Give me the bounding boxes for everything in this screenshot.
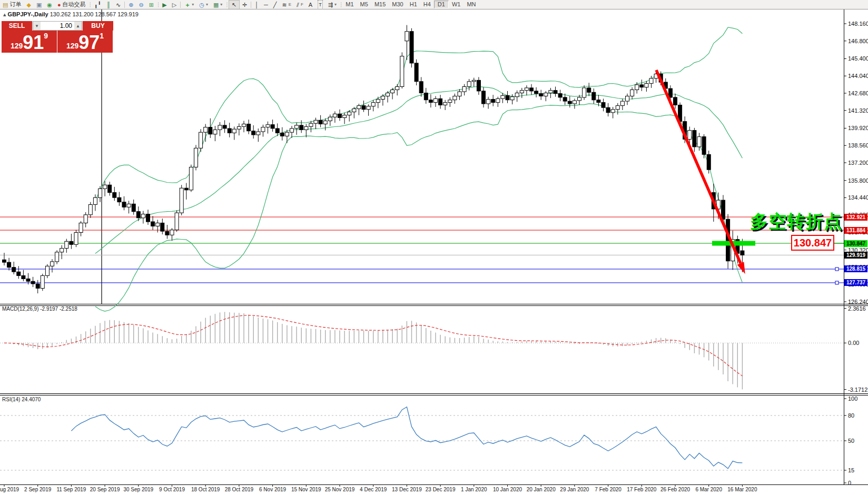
buy-price-prefix: 129 — [66, 42, 78, 50]
date-label: 10 Jan 2020 — [493, 487, 522, 492]
ohlc-values: 130.262 131.200 128.567 129.919 — [50, 11, 139, 17]
price-level-chip: 128.815 — [844, 265, 867, 272]
date-label: 7 Feb 2020 — [595, 487, 622, 492]
macd-label: MACD(12,26,9) -2.9197 -2.2518 — [2, 306, 77, 312]
sell-price-sup: 9 — [44, 32, 48, 40]
date-label: 26 Feb 2020 — [660, 487, 690, 492]
one-click-trading-panel: SELL ▼ ▲ BUY 129919 129971 — [2, 21, 113, 53]
svg-text:80: 80 — [848, 412, 854, 419]
svg-text:138.560: 138.560 — [848, 142, 868, 148]
date-label: 15 Nov 2019 — [291, 487, 321, 492]
mt4-window: ▤ 订单 ◆ ▣ ◉ ● 自动交易 ┆ ╻╹ ║ ∿ ⊕ ⊖ ⊞ ┆ ▶ ▷ ＋… — [0, 0, 868, 495]
date-label: 29 Jan 2020 — [560, 487, 589, 492]
buy-price-main: 97 — [78, 34, 100, 51]
svg-text:148.160: 148.160 — [848, 21, 868, 27]
chart-title: ▴ GBPJPY-,Daily 130.262 131.200 128.567 … — [3, 11, 139, 18]
price-level-chip: 127.737 — [844, 279, 867, 286]
date-label: 17 Feb 2020 — [627, 487, 656, 492]
date-label: 9 Oct 2019 — [159, 487, 185, 492]
svg-text:2.3616: 2.3616 — [848, 305, 866, 312]
sell-price[interactable]: 129919 — [2, 31, 57, 53]
buy-button[interactable]: BUY — [82, 21, 113, 31]
svg-text:144.040: 144.040 — [848, 73, 868, 79]
date-label: 20 Sep 2019 — [90, 487, 120, 492]
date-label: 30 Sep 2019 — [123, 487, 153, 492]
volume-up-button[interactable]: ▲ — [74, 22, 82, 30]
date-label: 28 Oct 2019 — [225, 487, 253, 492]
rsi-label: RSI(14) 24.4070 — [2, 397, 41, 402]
sell-button[interactable]: SELL — [2, 21, 33, 31]
price-level-chip: 130.847 — [844, 240, 867, 247]
line-handle[interactable] — [835, 281, 839, 284]
date-label: 1 Jan 2020 — [461, 487, 487, 492]
svg-text:134.440: 134.440 — [848, 194, 868, 201]
date-axis: 23 Aug 20192 Sep 201911 Sep 201920 Sep 2… — [0, 487, 868, 494]
buy-price[interactable]: 129971 — [57, 31, 113, 53]
svg-text:137.200: 137.200 — [848, 160, 868, 166]
date-label: 2 Sep 2019 — [24, 487, 51, 492]
svg-text:141.320: 141.320 — [848, 107, 868, 114]
price-callout-box[interactable]: 130.847 — [791, 235, 834, 251]
sell-price-prefix: 129 — [11, 42, 23, 50]
sell-price-main: 91 — [23, 34, 44, 51]
chart-canvas[interactable]: 148.160146.800145.400144.040142.680141.3… — [0, 0, 868, 495]
date-label: 6 Nov 2019 — [259, 487, 286, 492]
svg-text:0: 0 — [848, 480, 851, 486]
svg-text:142.680: 142.680 — [848, 90, 868, 96]
date-label: 6 Mar 2020 — [695, 487, 722, 492]
buy-price-sup: 1 — [100, 32, 104, 40]
svg-text:146.800: 146.800 — [848, 38, 868, 44]
svg-text:100: 100 — [848, 395, 857, 402]
chart-window-icon: ▴ — [3, 11, 8, 17]
volume-stepper: ▼ ▲ — [33, 21, 82, 31]
svg-text:15: 15 — [848, 467, 854, 473]
price-level-chip: 131.884 — [844, 227, 867, 234]
svg-text:145.400: 145.400 — [848, 55, 868, 62]
date-label: 18 Oct 2019 — [191, 487, 220, 492]
svg-text:139.920: 139.920 — [848, 125, 868, 131]
volume-down-button[interactable]: ▼ — [33, 22, 41, 30]
price-level-chip: 132.921 — [844, 214, 867, 221]
svg-text:135.800: 135.800 — [848, 177, 868, 184]
line-handle[interactable] — [835, 268, 839, 271]
date-label: 11 Sep 2019 — [56, 487, 86, 492]
date-label: 23 Dec 2019 — [426, 487, 456, 492]
date-label: 23 Aug 2019 — [0, 487, 19, 492]
symbol-period-label: GBPJPY-,Daily — [8, 11, 48, 17]
date-label: 13 Dec 2019 — [392, 487, 422, 492]
date-label: 4 Dec 2019 — [360, 487, 387, 492]
annotation-text[interactable]: 多空转折点 — [750, 210, 842, 234]
svg-text:-3.1712: -3.1712 — [848, 387, 867, 393]
svg-text:0.00: 0.00 — [848, 340, 859, 346]
date-label: 16 Mar 2020 — [727, 487, 757, 492]
svg-text:50: 50 — [848, 438, 854, 444]
volume-input[interactable] — [41, 22, 74, 30]
date-label: 20 Jan 2020 — [527, 487, 556, 492]
svg-text:126.240: 126.240 — [848, 299, 868, 305]
price-level-chip: 129.919 — [844, 252, 867, 259]
date-label: 25 Nov 2019 — [325, 487, 355, 492]
